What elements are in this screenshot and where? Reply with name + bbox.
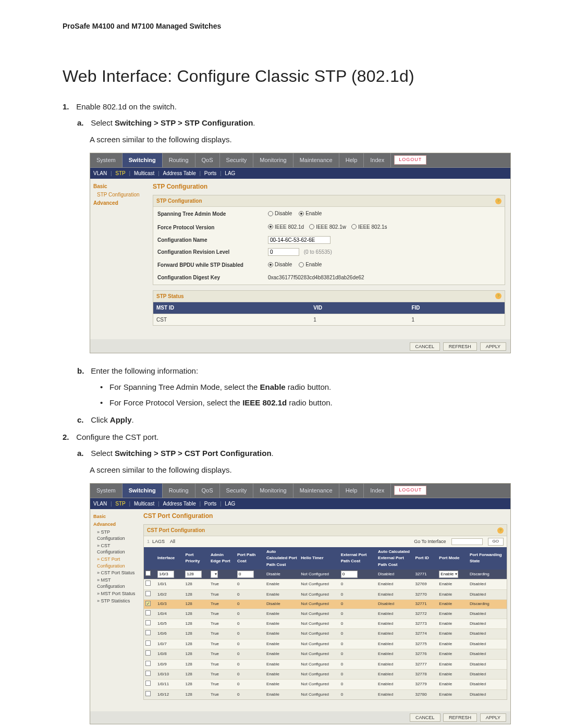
tab-routing[interactable]: Routing [163, 153, 195, 167]
row-checkbox[interactable] [145, 661, 151, 666]
tab-maintenance[interactable]: Maintenance [293, 153, 339, 167]
apply-button[interactable]: APPLY [480, 342, 506, 351]
sidenav-basic[interactable]: Basic [93, 183, 145, 190]
input-rev-level[interactable] [268, 248, 299, 256]
refresh-button[interactable]: REFRESH [443, 342, 477, 351]
tab-switching[interactable]: Switching [123, 484, 163, 498]
cell: Enable [437, 629, 468, 639]
row-checkbox[interactable] [145, 671, 151, 676]
subtab-lag[interactable]: LAG [225, 170, 235, 176]
tab-switching[interactable]: Switching [123, 153, 163, 167]
refresh-button[interactable]: REFRESH [443, 713, 477, 722]
checkbox-all[interactable] [145, 571, 151, 576]
edit-priority[interactable]: 128 [185, 571, 202, 578]
tab-maintenance[interactable]: Maintenance [293, 484, 339, 498]
sidenav-item-stp-configuration[interactable]: » STP Configuration [97, 529, 137, 542]
row-checkbox[interactable] [145, 581, 151, 586]
subtab-stp[interactable]: STP [115, 501, 125, 507]
sidenav-item-cst-port-status[interactable]: » CST Port Status [97, 570, 137, 576]
edit-ext-cost[interactable]: 0 [341, 571, 358, 578]
input-config-name[interactable] [268, 236, 331, 244]
row-checkbox[interactable] [145, 591, 151, 596]
sidenav-item-stp-configuration[interactable]: STP Configuration [97, 191, 145, 199]
cancel-button[interactable]: CANCEL [410, 342, 440, 351]
row-checkbox[interactable] [145, 691, 151, 696]
subtab-address-table[interactable]: Address Table [163, 170, 196, 176]
edit-port-mode[interactable]: Enable [439, 571, 458, 578]
toolbar-lags[interactable]: 1 LAGS [147, 538, 165, 546]
cell: Not Configured [299, 629, 339, 639]
help-icon[interactable]: ? [495, 293, 501, 299]
subtab-lag[interactable]: LAG [225, 501, 235, 507]
apply-button[interactable]: APPLY [480, 713, 506, 722]
radio-proto-2[interactable]: IEEE 802.1s [351, 223, 387, 231]
subtab-ports[interactable]: Ports [204, 170, 216, 176]
edit-cost[interactable]: 0 [237, 571, 254, 578]
cell: Enable [437, 619, 468, 628]
sidenav-basic[interactable]: Basic [93, 513, 137, 520]
cell: Disabled [468, 669, 507, 679]
radio-admin-enable[interactable]: Enable [299, 209, 322, 218]
tab-help[interactable]: Help [339, 153, 364, 167]
logout-button[interactable]: LOGOUT [394, 155, 426, 165]
tab-index[interactable]: Index [364, 484, 391, 498]
tab-monitoring[interactable]: Monitoring [253, 484, 293, 498]
edit-edge[interactable] [211, 571, 218, 578]
row-checkbox[interactable] [145, 630, 151, 635]
row-checkbox[interactable] [145, 620, 151, 625]
cell: Enabled [376, 639, 413, 649]
cell: Not Configured [299, 689, 339, 699]
subtab-multicast[interactable]: Multicast [134, 501, 154, 507]
tab-monitoring[interactable]: Monitoring [253, 153, 293, 167]
row-checkbox[interactable] [145, 610, 151, 615]
sidenav-advanced[interactable]: Advanced [93, 521, 137, 528]
sidenav-item-stp-statistics[interactable]: » STP Statistics [97, 598, 137, 604]
edit-interface[interactable]: 1/0/3 [157, 571, 174, 578]
tab-qos[interactable]: QoS [195, 153, 220, 167]
cell: 128 [183, 689, 209, 699]
sidenav-item-mst-configuration[interactable]: » MST Configuration [97, 577, 137, 590]
radio-bpdu-disable[interactable]: Disable [268, 261, 292, 269]
row-checkbox[interactable] [145, 640, 151, 646]
radio-bpdu-enable[interactable]: Enable [299, 261, 322, 269]
screenshot-stp-configuration: SystemSwitchingRoutingQoSSecurityMonitor… [90, 153, 511, 353]
row-checkbox[interactable] [145, 681, 151, 686]
sidenav-item-mst-port-status[interactable]: » MST Port Status [97, 590, 137, 597]
radio-proto-0[interactable]: IEEE 802.1d [268, 223, 304, 231]
tab-system[interactable]: System [90, 153, 123, 167]
tab-help[interactable]: Help [339, 484, 364, 498]
row-checkbox[interactable] [145, 650, 151, 656]
status-cell: 1 [408, 314, 505, 325]
row-checkbox[interactable]: ✓ [145, 601, 151, 606]
cell: Enable [437, 589, 468, 599]
main-tabs: SystemSwitchingRoutingQoSSecurityMonitor… [90, 153, 510, 168]
subtab-multicast[interactable]: Multicast [134, 170, 154, 176]
cancel-button[interactable]: CANCEL [410, 713, 440, 722]
help-icon[interactable]: ? [495, 198, 501, 204]
radio-admin-disable[interactable]: Disable [268, 209, 292, 218]
tab-security[interactable]: Security [220, 153, 254, 167]
cell [144, 619, 156, 628]
cell [144, 579, 156, 589]
tab-qos[interactable]: QoS [195, 484, 220, 498]
tab-index[interactable]: Index [364, 153, 391, 167]
subtab-address-table[interactable]: Address Table [163, 501, 196, 507]
sidenav-item-cst-configuration[interactable]: » CST Configuration [97, 542, 137, 556]
subtab-vlan[interactable]: VLAN [93, 170, 107, 176]
input-goto-interface[interactable] [451, 538, 483, 545]
subtab-ports[interactable]: Ports [204, 501, 216, 507]
radio-proto-1[interactable]: IEEE 802.1w [309, 223, 346, 231]
logout-button[interactable]: LOGOUT [394, 486, 426, 495]
help-icon[interactable]: ? [497, 527, 504, 534]
tab-routing[interactable]: Routing [163, 484, 195, 498]
toolbar-all[interactable]: All [170, 538, 175, 546]
tab-system[interactable]: System [90, 484, 123, 498]
go-button[interactable]: GO [488, 538, 504, 545]
cell [144, 629, 156, 639]
sidenav-item-cst-port-configuration[interactable]: » CST Port Configuration [97, 556, 137, 569]
subtab-vlan[interactable]: VLAN [93, 501, 107, 507]
subtab-stp[interactable]: STP [115, 170, 125, 176]
sidenav-advanced[interactable]: Advanced [93, 200, 145, 207]
tab-security[interactable]: Security [220, 484, 254, 498]
cell: 128 [183, 609, 209, 619]
